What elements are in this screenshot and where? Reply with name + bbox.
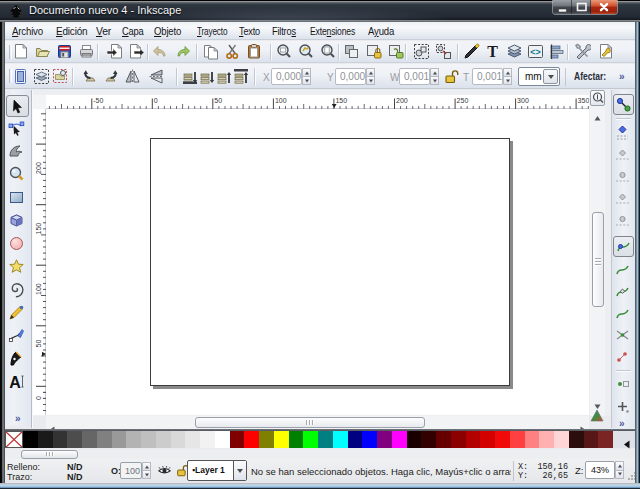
- svg-text:0: 0: [154, 97, 158, 104]
- svg-text:100: 100: [35, 283, 42, 295]
- svg-text:A: A: [9, 374, 21, 391]
- svg-text:200: 200: [35, 162, 42, 174]
- svg-text:-50: -50: [93, 97, 103, 104]
- svg-text:350: 350: [578, 97, 589, 104]
- svg-text:250: 250: [457, 97, 469, 104]
- svg-text:150: 150: [35, 223, 42, 235]
- svg-text:100: 100: [275, 97, 287, 104]
- svg-text:200: 200: [396, 97, 408, 104]
- svg-text:0: 0: [35, 396, 42, 400]
- svg-text:50: 50: [35, 340, 42, 348]
- svg-text:50: 50: [214, 97, 222, 104]
- svg-text:<>: <>: [530, 47, 541, 57]
- svg-text:T: T: [487, 43, 498, 60]
- svg-text:150: 150: [335, 97, 347, 104]
- svg-text:300: 300: [517, 97, 529, 104]
